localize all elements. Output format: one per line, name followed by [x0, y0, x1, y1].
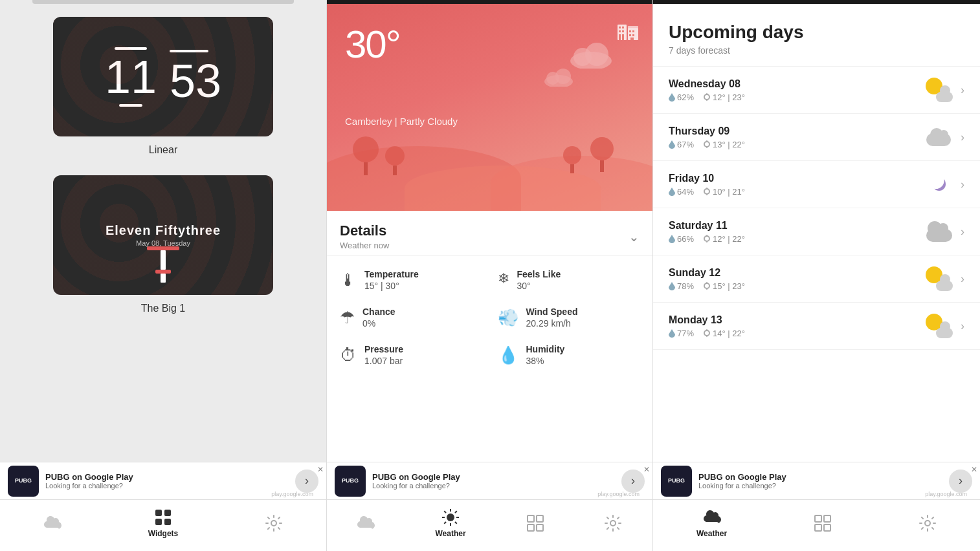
bottom-nav-3: Weather [653, 499, 980, 551]
nav-item-widgets-1[interactable]: Widgets [138, 503, 189, 543]
thermometer-icon: 🌡 [340, 270, 357, 290]
forecast-list: Wednesday 08 62% 12° | 23° [653, 67, 980, 462]
forecast-item-thu[interactable]: Thursday 09 67% 13° | 22° [653, 114, 980, 161]
svg-rect-24 [632, 30, 634, 32]
detail-temperature: 🌡 Temperature 15° | 30° [335, 266, 487, 294]
detail-wind: 💨 Wind Speed 20.29 km/h [493, 304, 645, 331]
ad-google-3: play.google.com [925, 491, 967, 497]
forecast-item-sat[interactable]: Saturday 11 66% 12° | 22° [653, 208, 980, 255]
svg-rect-38 [528, 515, 534, 522]
weather-city-icon[interactable] [616, 18, 640, 41]
svg-rect-28 [628, 26, 638, 29]
svg-point-42 [610, 521, 616, 526]
forecast-chevron-sat: › [961, 225, 964, 239]
forecast-temp-mon: 14° | 22° [703, 329, 745, 338]
nav-item-cloud-3[interactable]: Weather [686, 503, 737, 543]
svg-rect-26 [632, 34, 634, 36]
forecast-temp-thu: 13° | 22° [703, 140, 745, 149]
ad-title: PUBG on Google Play [45, 472, 289, 482]
svg-point-58 [704, 330, 709, 336]
forecast-item-wed[interactable]: Wednesday 08 62% 12° | 23° [653, 67, 980, 114]
svg-rect-20 [619, 34, 621, 40]
nav-item-grid-3[interactable] [803, 509, 842, 537]
ad-banner-3: PUBG PUBG on Google Play Looking for a c… [653, 462, 980, 499]
cloud-icon [43, 514, 61, 532]
ad-content-2: PUBG on Google Play Looking for a challe… [372, 472, 615, 490]
ad-close-button[interactable]: ✕ [317, 465, 324, 474]
umbrella-icon: ☂ [340, 308, 355, 328]
forecast-meta-sun: 78% 15° | 23° [669, 281, 923, 291]
nav-item-cloud-1[interactable] [33, 509, 72, 537]
ad-logo-text-3: PUBG [668, 477, 685, 484]
nav-item-cloud-2[interactable] [346, 509, 385, 537]
grid-icon-2 [526, 514, 544, 532]
nav-item-grid-2[interactable] [516, 509, 555, 537]
detail-humidity-value: 38% [526, 356, 565, 366]
weather-temperature: 30° [345, 22, 400, 67]
min-line-top [170, 50, 208, 52]
nav-item-settings-3[interactable] [908, 509, 947, 537]
ad-cta-button-2[interactable]: › [621, 470, 645, 493]
ad-cta-button[interactable]: › [295, 470, 318, 493]
forecast-day-name-sun: Sunday 12 [669, 267, 923, 279]
svg-point-43 [704, 94, 709, 100]
forecast-day-name-sat: Saturday 11 [669, 220, 923, 232]
ad-title-3: PUBG on Google Play [698, 472, 942, 482]
detail-temp-content: Temperature 15° | 30° [364, 269, 419, 291]
svg-rect-2 [155, 270, 171, 274]
forecast-item-fri[interactable]: Friday 10 64% 10° | 21° [653, 161, 980, 208]
svg-rect-17 [622, 27, 624, 28]
nav-item-weather-2[interactable]: Weather [425, 503, 476, 543]
forecast-item-mon[interactable]: Monday 13 77% 14° | 22° [653, 303, 980, 350]
ad-cta-button-3[interactable]: › [949, 470, 972, 493]
svg-rect-40 [528, 524, 534, 531]
ad-close-button-2[interactable]: ✕ [643, 465, 650, 474]
gear-icon-3 [919, 514, 937, 532]
widget-linear-card[interactable]: 11 53 [53, 17, 273, 136]
svg-point-65 [925, 521, 930, 526]
svg-rect-18 [619, 30, 621, 32]
tree-3 [590, 137, 614, 172]
forecast-chevron-mon: › [961, 319, 964, 333]
svg-line-34 [444, 511, 446, 513]
details-grid: 🌡 Temperature 15° | 30° ❄ Feels Like 30°… [327, 256, 652, 379]
svg-rect-62 [824, 515, 830, 522]
forecast-meta-mon: 77% 14° | 22° [669, 329, 923, 338]
ad-content-3: PUBG on Google Play Looking for a challe… [698, 472, 942, 490]
forecast-day-info-thu: Thursday 09 67% 13° | 22° [669, 125, 923, 149]
forecast-icon-sun [923, 266, 955, 292]
forecast-temp-sun: 15° | 23° [703, 281, 745, 291]
detail-wind-value: 20.29 km/h [526, 318, 578, 329]
forecast-icon-thu [923, 124, 955, 150]
svg-rect-21 [622, 34, 624, 40]
forecast-day-name-fri: Friday 10 [669, 173, 923, 184]
ad-google-label: play.google.com [271, 491, 313, 497]
svg-rect-39 [537, 515, 543, 522]
detail-humidity-content: Humidity 38% [526, 344, 565, 366]
detail-pressure-label: Pressure [364, 344, 403, 354]
weather-location: Camberley | Partly Cloudy [345, 116, 458, 127]
forecast-icon-fri [923, 171, 955, 197]
detail-chance-label: Chance [362, 307, 395, 317]
svg-rect-64 [824, 524, 830, 531]
nav-item-settings-2[interactable] [594, 509, 632, 537]
forecast-rain-fri: 64% [669, 187, 694, 197]
widget-big1-card[interactable]: Eleven Fiftythree May 08, Tuesday [53, 175, 273, 295]
ad-close-button-3[interactable]: ✕ [971, 465, 977, 474]
forecast-item-sun[interactable]: Sunday 12 78% 15° | 23° [653, 255, 980, 303]
forecast-icon-mon [923, 313, 955, 339]
clock-min-num: 53 [170, 58, 221, 104]
detail-pressure-content: Pressure 1.007 bar [364, 344, 403, 366]
forecast-rain-thu: 67% [669, 140, 694, 149]
clock-min-group: 53 [170, 50, 221, 104]
forecast-chevron-thu: › [961, 131, 964, 144]
details-header[interactable]: Details Weather now ⌄ [327, 211, 652, 256]
details-section: Details Weather now ⌄ 🌡 Temperature 15° … [327, 211, 652, 462]
detail-chance-value: 0% [362, 318, 395, 329]
nav-item-settings-1[interactable] [254, 509, 293, 537]
nav-label-widgets: Widgets [148, 529, 179, 538]
detail-feels-like: ❄ Feels Like 30° [493, 266, 645, 294]
svg-point-8 [271, 521, 276, 526]
forecast-meta-fri: 64% 10° | 21° [669, 187, 923, 197]
forecast-day-info-sat: Saturday 11 66% 12° | 22° [669, 220, 923, 244]
